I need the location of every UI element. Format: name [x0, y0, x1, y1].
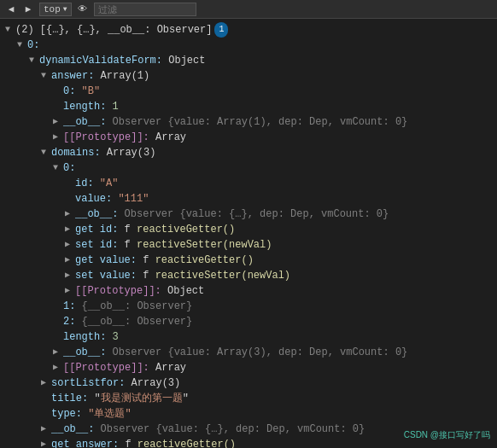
- expand-arrow[interactable]: ▶: [41, 375, 51, 391]
- tree-row: ▼ 0:: [5, 160, 492, 176]
- tree-row: ▼ domains: Array(3): [5, 145, 492, 160]
- tree-container: ▼ 0:▼ dynamicValidateForm: Object▼ answe…: [5, 38, 492, 448]
- expand-arrow[interactable]: ▶: [65, 253, 75, 268]
- toolbar: ◀ ▶ top ▼ 👁: [0, 0, 497, 19]
- value-method: reactiveGetter(): [155, 253, 254, 268]
- value-space: ": [88, 391, 100, 406]
- value-prefix: f: [119, 437, 137, 448]
- tree-key: id:: [75, 176, 94, 191]
- tree-key: value:: [75, 191, 112, 207]
- tree-row: ▶ set value: f reactiveSetter(newVal): [5, 268, 492, 283]
- tree-key: set id:: [75, 237, 118, 253]
- expand-arrow[interactable]: ▶: [65, 283, 75, 299]
- expand-arrow[interactable]: ▶: [65, 207, 75, 222]
- value: Array(3): [125, 375, 180, 391]
- tree-row: ▼ 0:: [5, 38, 492, 53]
- tree-key: [[Prototype]]:: [75, 283, 161, 299]
- tree-key: sortListfor:: [51, 375, 125, 391]
- tree-key: type:: [51, 406, 82, 422]
- filter-input[interactable]: [94, 3, 196, 16]
- tree-row: ▶ __ob__: Observer {value: Array(1), dep…: [5, 114, 492, 130]
- tree-key: __ob__:: [63, 345, 106, 360]
- tree-row: ▶ set id: f reactiveSetter(newVal): [5, 237, 492, 253]
- context-dropdown[interactable]: top ▼: [39, 3, 72, 16]
- tree-row: ▶ id: "A": [5, 176, 492, 191]
- tree-key: 0:: [27, 38, 39, 53]
- header-text: (2) [{…}, {…}, __ob__: Observer]: [15, 22, 212, 38]
- value: Object: [162, 53, 205, 68]
- eye-icon[interactable]: 👁: [77, 3, 89, 15]
- value-method: reactiveGetter(): [137, 222, 235, 237]
- tree-row: ▶ 0: "B": [5, 84, 492, 99]
- tree-key: answer:: [51, 68, 94, 84]
- tree-row: ▶ [[Prototype]]: Array: [5, 360, 492, 375]
- value: Observer {value: Array(3), dep: Dep, vmC…: [106, 345, 407, 360]
- tree-row: ▼ dynamicValidateForm: Object: [5, 53, 492, 68]
- expand-arrow[interactable]: ▼: [17, 38, 27, 53]
- watermark: CSDN @接口写好了吗: [404, 429, 490, 441]
- tree-row: ▶ __ob__: Observer {value: Array(3), dep…: [5, 345, 492, 360]
- expand-arrow[interactable]: ▶: [65, 268, 75, 283]
- value-method: reactiveGetter(): [137, 437, 236, 448]
- tree-row: ▶ value: "111": [5, 191, 492, 207]
- expand-arrow[interactable]: ▼: [53, 160, 63, 176]
- expand-arrow[interactable]: ▶: [65, 222, 75, 237]
- no-arrow: ▶: [65, 191, 75, 207]
- expand-arrow[interactable]: ▼: [29, 53, 39, 68]
- tree-row: ▶ get id: f reactiveGetter(): [5, 222, 492, 237]
- tree-row: ▶ length: 3: [5, 329, 492, 345]
- dropdown-arrow-icon: ▼: [63, 5, 67, 13]
- tree-key: 2:: [63, 314, 75, 329]
- value: Observer {value: {…}, dep: Dep, vmCount:…: [118, 207, 389, 222]
- no-arrow: ▶: [53, 314, 63, 329]
- tree-key: length:: [63, 99, 106, 114]
- tree-key: 0:: [63, 160, 75, 176]
- value: Observer {value: Array(1), dep: Dep, vmC…: [106, 114, 407, 130]
- tree-key: dynamicValidateForm:: [39, 53, 162, 68]
- value-string-content: 我是测试的第一题: [101, 391, 183, 406]
- value: Observer {value: {…}, dep: Dep, vmCount:…: [94, 422, 365, 437]
- tree-row: ▶ [[Prototype]]: Array: [5, 130, 492, 145]
- tree-row: ▶ get value: f reactiveGetter(): [5, 253, 492, 268]
- tree-row: ▶ length: 1: [5, 99, 492, 114]
- no-arrow: ▶: [53, 84, 63, 99]
- value: Array: [149, 360, 186, 375]
- expand-arrow[interactable]: ▶: [53, 345, 63, 360]
- tree-key: length:: [63, 329, 106, 345]
- expand-arrow[interactable]: ▶: [41, 437, 51, 448]
- expand-arrow[interactable]: ▶: [53, 360, 63, 375]
- expand-arrow[interactable]: ▶: [53, 114, 63, 130]
- tree-key: 1:: [63, 299, 75, 314]
- badge: 1: [214, 22, 228, 38]
- value: Array(1): [94, 68, 149, 84]
- value: Object: [161, 283, 204, 299]
- header-line: (2) [{…}, {…}, __ob__: Observer] 1: [5, 22, 492, 38]
- tree-row: ▶ 1: {__ob__: Observer}: [5, 299, 492, 314]
- root-arrow[interactable]: [5, 22, 15, 38]
- value: 1: [106, 99, 118, 114]
- expand-arrow[interactable]: ▶: [41, 422, 51, 437]
- watermark-highlight: 接口写好了吗: [439, 430, 490, 439]
- tree-row: ▼ answer: Array(1): [5, 68, 492, 84]
- expand-arrow[interactable]: ▶: [65, 237, 75, 253]
- tree-key: __ob__:: [51, 422, 94, 437]
- watermark-prefix: CSDN @: [404, 430, 439, 439]
- back-icon[interactable]: ◀: [5, 3, 17, 15]
- tree-key: get id:: [75, 222, 118, 237]
- no-arrow: ▶: [65, 176, 75, 191]
- tree-row: ▶ [[Prototype]]: Object: [5, 283, 492, 299]
- value-prefix: f: [118, 222, 137, 237]
- tree-key: get answer:: [51, 437, 119, 448]
- expand-arrow[interactable]: ▶: [53, 130, 63, 145]
- expand-arrow[interactable]: ▼: [41, 68, 51, 84]
- value-close: ": [183, 391, 189, 406]
- value-method: reactiveSetter(newVal): [137, 237, 272, 253]
- forward-icon[interactable]: ▶: [22, 3, 34, 15]
- tree-row: ▶ title: "我是测试的第一题": [5, 391, 492, 406]
- no-arrow: ▶: [41, 406, 51, 422]
- value-prefix: f: [118, 237, 137, 253]
- value-prefix: f: [137, 268, 155, 283]
- value-prefix: f: [137, 253, 155, 268]
- value: {__ob__: Observer}: [75, 314, 192, 329]
- expand-arrow[interactable]: ▼: [41, 145, 51, 160]
